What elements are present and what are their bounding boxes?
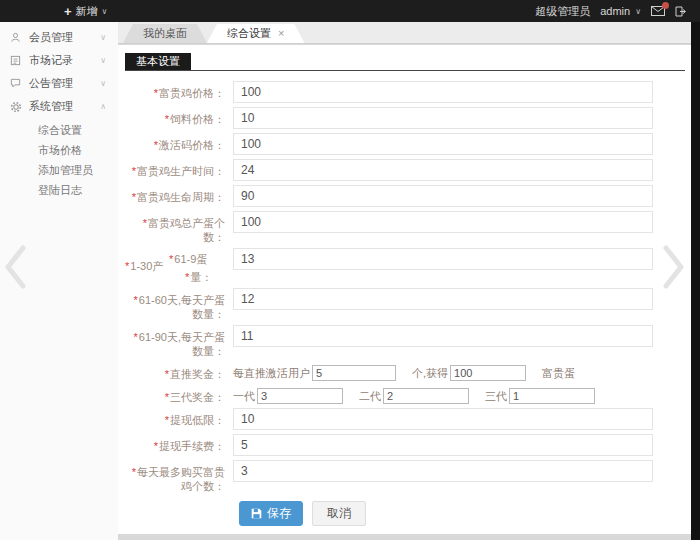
- required-marker: *: [154, 87, 158, 99]
- field-label: *激活码价格：: [125, 133, 225, 152]
- sidebar-item-market-prices[interactable]: 市场价格: [0, 140, 118, 160]
- field-label: *61-90天,每天产蛋数量：: [125, 325, 225, 358]
- required-marker: *: [134, 331, 138, 343]
- form-row: *富贵鸡总产蛋个数：: [125, 211, 691, 244]
- required-marker: *: [143, 217, 147, 229]
- tab-general-settings[interactable]: 综合设置 ×: [207, 24, 304, 43]
- daily-buy-limit-input[interactable]: [233, 460, 653, 482]
- sidebar-item-system[interactable]: 系统管理 ∧: [0, 95, 118, 118]
- required-marker: *: [154, 440, 158, 452]
- production-time-input[interactable]: [233, 159, 653, 181]
- form-row: *激活码价格：: [125, 133, 691, 155]
- sidebar-item-label: 会员管理: [29, 30, 73, 45]
- sidebar-item-announcements[interactable]: 公告管理 ∨: [0, 72, 118, 95]
- form-row: *提现手续费：: [125, 434, 691, 456]
- new-button[interactable]: + 新增 ∨: [64, 4, 107, 19]
- notification-badge: [662, 2, 669, 9]
- field-label: *富贵鸡生产时间：: [125, 159, 225, 178]
- chevron-down-icon: ∨: [100, 33, 106, 42]
- list-icon: [10, 55, 24, 66]
- eggs-1-30-input[interactable]: [233, 248, 653, 270]
- cancel-button[interactable]: 取消: [312, 501, 366, 526]
- sidebar-item-general-settings[interactable]: 综合设置: [0, 120, 118, 140]
- field-label-text: 激活码价格：: [159, 139, 225, 151]
- required-marker: *: [165, 368, 169, 380]
- form-row: *富贵鸡生产时间：: [125, 159, 691, 181]
- field-label: *提现手续费：: [125, 434, 225, 453]
- field-label-text: 三代奖金：: [170, 391, 225, 403]
- tab-label: 综合设置: [227, 24, 271, 43]
- eggs-61-60-input[interactable]: [233, 288, 653, 310]
- total-eggs-input[interactable]: [233, 211, 653, 233]
- gear-icon: [10, 101, 24, 113]
- withdraw-fee-input[interactable]: [233, 434, 653, 456]
- form-row: *提现低限：: [125, 408, 691, 430]
- window-edge: [691, 0, 700, 540]
- settings-panel: 基本设置 *富贵鸡价格： *饲料价格： *激活码价格： *富贵鸡生产时间： *富…: [118, 45, 691, 534]
- field-label-text: 每天最多购买富贵鸡个数：: [137, 466, 225, 492]
- referral-eggs-input[interactable]: [450, 365, 526, 381]
- required-marker: *: [165, 414, 169, 426]
- required-marker: *: [125, 260, 129, 272]
- messages-button[interactable]: [651, 6, 665, 16]
- field-label-text: 直推奖金：: [170, 368, 225, 380]
- inline-label: 二代: [359, 389, 381, 404]
- form-row-generation-bonus: *三代奖金： 一代 二代 三代: [125, 385, 691, 404]
- prev-arrow-icon[interactable]: [2, 244, 28, 294]
- withdraw-min-input[interactable]: [233, 408, 653, 430]
- inline-label: 富贵蛋: [542, 366, 575, 381]
- sidebar-item-members[interactable]: 会员管理 ∨: [0, 26, 118, 49]
- form-row: *富贵鸡生命周期：: [125, 185, 691, 207]
- comment-icon: [10, 78, 24, 89]
- life-cycle-input[interactable]: [233, 185, 653, 207]
- save-button-label: 保存: [267, 505, 291, 522]
- required-marker: *: [165, 113, 169, 125]
- chicken-price-input[interactable]: [233, 81, 653, 103]
- referral-users-input[interactable]: [312, 365, 396, 381]
- required-marker: *: [185, 271, 189, 283]
- tab-bar: 我的桌面 综合设置 ×: [118, 22, 691, 44]
- field-label: *提现低限：: [125, 408, 225, 427]
- inline-label: 一代: [233, 389, 255, 404]
- sidebar-item-label: 系统管理: [29, 99, 73, 114]
- main-area: 我的桌面 综合设置 × 基本设置 *富贵鸡价格： *饲料价格： *激活码价格：: [118, 22, 691, 540]
- sidebar-item-label: 公告管理: [29, 76, 73, 91]
- chevron-up-icon: ∧: [100, 102, 106, 111]
- close-icon[interactable]: ×: [278, 24, 284, 43]
- gen2-bonus-input[interactable]: [383, 388, 469, 404]
- user-icon: [10, 32, 24, 43]
- save-button[interactable]: 保存: [239, 501, 303, 526]
- required-marker: *: [169, 253, 173, 265]
- activation-code-price-input[interactable]: [233, 133, 653, 155]
- sidebar-item-login-log[interactable]: 登陆日志: [0, 180, 118, 200]
- required-marker: *: [132, 466, 136, 478]
- eggs-61-90-input[interactable]: [233, 325, 653, 347]
- field-label-text: 提现低限：: [170, 414, 225, 426]
- form-row-smudged: *1-30产 *61-9蛋 *量：: [125, 248, 691, 284]
- form-row: *每天最多购买富贵鸡个数：: [125, 460, 691, 493]
- feed-price-input[interactable]: [233, 107, 653, 129]
- field-label-text: 富贵鸡生产时间：: [137, 165, 225, 177]
- field-label: *富贵鸡生命周期：: [125, 185, 225, 204]
- chevron-down-icon: ∨: [100, 79, 106, 88]
- form-row: *61-60天,每天产蛋数量：: [125, 288, 691, 321]
- chevron-down-icon: ∨: [635, 7, 641, 16]
- form-actions: 保存 取消: [239, 501, 691, 526]
- sidebar-item-add-admin[interactable]: 添加管理员: [0, 160, 118, 180]
- plus-icon: +: [64, 4, 72, 19]
- sidebar-item-market-records[interactable]: 市场记录 ∨: [0, 49, 118, 72]
- topbar: + 新增 ∨ 超级管理员 admin ∨: [0, 0, 700, 22]
- section-header: 基本设置: [125, 53, 685, 71]
- gen3-bonus-input[interactable]: [509, 388, 595, 404]
- gen1-bonus-input[interactable]: [257, 388, 343, 404]
- field-label-text: 富贵鸡价格：: [159, 87, 225, 99]
- field-label-text: 富贵鸡生命周期：: [137, 191, 225, 203]
- tab-my-desktop[interactable]: 我的桌面: [123, 24, 207, 43]
- next-arrow-icon[interactable]: [661, 244, 687, 294]
- logout-button[interactable]: [675, 6, 686, 17]
- username-label: admin: [600, 5, 630, 17]
- chevron-down-icon: ∨: [100, 56, 106, 65]
- required-marker: *: [165, 391, 169, 403]
- user-menu[interactable]: admin ∨: [600, 5, 641, 17]
- field-label-fragment: *1-30产: [125, 259, 163, 273]
